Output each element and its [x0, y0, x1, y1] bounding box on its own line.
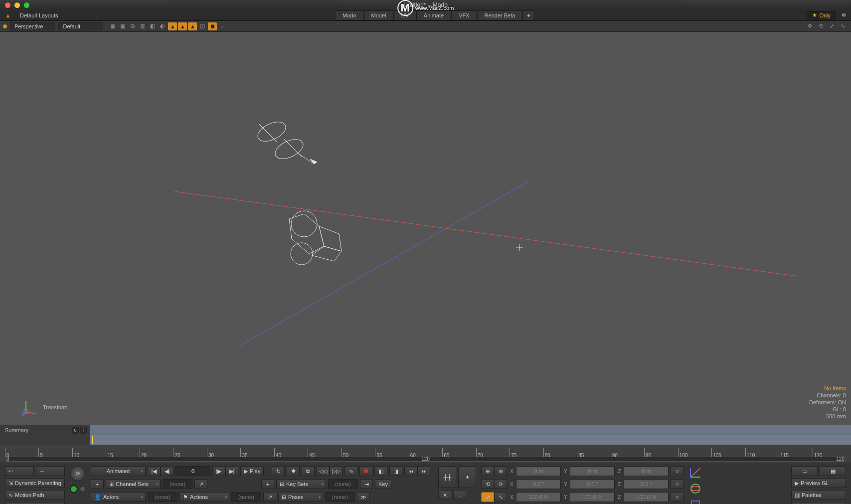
sim-toggle[interactable] — [70, 485, 78, 493]
chsets-add-button[interactable]: + — [91, 479, 104, 489]
vp-icon-5[interactable]: ◧ — [148, 22, 157, 30]
channel-sets-value[interactable]: (none) — [163, 479, 192, 489]
prev-key-button[interactable]: ◀| — [161, 466, 173, 476]
preview-gl-button[interactable]: ▶Preview GL — [791, 478, 846, 488]
actors-dropdown[interactable]: 👤Actors — [91, 492, 146, 502]
default-layouts-menu[interactable]: Default Layouts — [15, 12, 63, 18]
audio-button[interactable]: ♪Audio — [5, 502, 65, 504]
keysets-add-button[interactable]: + — [261, 479, 274, 489]
snap-grid-button[interactable]: ┼┼ — [438, 466, 456, 488]
pos-key-button[interactable]: ○ — [671, 466, 683, 476]
viewport[interactable]: Transform No Items Channels: 0 Deformers… — [0, 32, 851, 425]
dynamic-parenting-button[interactable]: ⇲Dynamic Parenting — [5, 478, 65, 488]
move-down-button[interactable]: ↓ — [453, 490, 466, 500]
home-icon[interactable]: ▲ — [3, 12, 13, 18]
tab-modo[interactable]: Modo — [335, 10, 364, 20]
rot-world-button[interactable]: ⟲ — [481, 479, 494, 489]
nav-move-icon[interactable]: ✥ — [805, 22, 814, 30]
vp-icon-8[interactable]: ◼ — [208, 22, 217, 30]
poses-value[interactable]: (none) — [325, 492, 355, 502]
actions-go-button[interactable]: ↗ — [263, 492, 276, 502]
scl-x-field[interactable]: 100.0 % — [516, 492, 561, 502]
timeline-track-header[interactable]: Summary cf — [0, 425, 851, 435]
motion-path-button[interactable]: ∿Motion Path — [5, 490, 65, 500]
vp-icon-man2[interactable]: ▲ — [178, 22, 187, 30]
channel-sets-dropdown[interactable]: ⊞Channel Sets — [106, 479, 161, 489]
poses-go-button[interactable]: ≫ — [357, 492, 370, 502]
goto-end-button[interactable]: ▶| — [225, 466, 238, 476]
snap-axes-button[interactable]: ✦ — [458, 466, 476, 488]
sim-toggle-2[interactable] — [80, 486, 86, 492]
scl-local-button[interactable]: ⤡ — [494, 492, 507, 502]
tab-add[interactable]: + — [522, 10, 534, 20]
actors-value[interactable]: (none) — [148, 492, 177, 502]
summary-f-button[interactable]: f — [80, 427, 87, 434]
nav-zoom-icon[interactable]: ⤢ — [827, 22, 836, 30]
nav-rotate-icon[interactable]: ⟲ — [816, 22, 825, 30]
rot-z-field[interactable]: 0.0 ° — [624, 479, 669, 489]
scl-z-field[interactable]: 100.0 % — [624, 492, 669, 502]
key-jump-next[interactable]: ⏭ — [417, 466, 430, 476]
vp-icon-3[interactable]: ⧉ — [128, 22, 137, 30]
key-sets-dropdown[interactable]: ⊞Key Sets — [276, 479, 326, 489]
prefs-gear-icon[interactable]: ✻ — [839, 11, 848, 20]
tab-render-beta[interactable]: Render Beta — [477, 10, 523, 20]
palettes-button[interactable]: ▥Palettes — [791, 490, 846, 500]
playhead[interactable] — [92, 436, 93, 444]
key-button[interactable]: Key — [375, 479, 391, 489]
key-prev-button[interactable]: ◁◁ — [317, 466, 330, 476]
key-jump-prev[interactable]: ⏮ — [404, 466, 417, 476]
key-sets-value[interactable]: (none) — [328, 479, 358, 489]
timeline-range[interactable]: 0 120 120 — [5, 457, 846, 462]
poses-dropdown[interactable]: ⊞Poses — [278, 492, 323, 502]
vp-icon-man[interactable]: ▲ — [168, 22, 177, 30]
scl-world-button[interactable]: ⤢ — [481, 492, 494, 502]
vp-icon-man3[interactable]: ▲ — [188, 22, 197, 30]
tab-animate[interactable]: Animate — [416, 10, 451, 20]
autokey-button[interactable] — [359, 466, 372, 476]
timeline-track[interactable] — [0, 435, 851, 445]
playback-mode-dropdown[interactable]: Animated — [91, 466, 146, 476]
scl-key-button[interactable]: ○ — [671, 492, 683, 502]
timeline-ruler-area[interactable]: 0510152025303540455055606570758085909510… — [0, 445, 851, 463]
axis-swatch-3[interactable] — [688, 498, 702, 504]
time-options-button[interactable]: ✱ — [287, 466, 300, 476]
vp-icon-7[interactable]: ◫ — [198, 22, 207, 30]
next-key-button[interactable]: |▶ — [212, 466, 225, 476]
tab-vfx[interactable]: VFX — [451, 10, 477, 20]
delete-key-button[interactable]: ✕ — [438, 490, 451, 500]
rot-x-field[interactable]: 0.0 ° — [516, 479, 561, 489]
summary-c-button[interactable]: c — [72, 427, 79, 434]
axis-swatch-1[interactable] — [688, 466, 702, 479]
rot-y-field[interactable]: 0.0 ° — [570, 479, 615, 489]
pos-z-field[interactable]: 0 m — [624, 466, 669, 476]
current-frame-field[interactable]: 0 — [175, 466, 210, 476]
vp-icon-1[interactable]: ▦ — [108, 22, 117, 30]
key-tool-b[interactable]: ◨ — [389, 466, 402, 476]
pos-local-button[interactable]: ⊗ — [494, 466, 507, 476]
curve-button[interactable]: ∿ — [344, 466, 357, 476]
viewport-view-dropdown[interactable]: Perspective — [10, 22, 55, 30]
settings-button[interactable]: ⚙Settings — [791, 502, 846, 504]
goto-start-button[interactable]: |◀ — [148, 466, 161, 476]
only-toggle[interactable]: ★Only — [807, 11, 836, 19]
chsets-go-button[interactable]: ↗ — [194, 479, 207, 489]
axis-swatch-2[interactable] — [688, 482, 702, 495]
play-button[interactable]: ▶ Play — [240, 466, 264, 476]
actions-dropdown[interactable]: ⚑Actions — [179, 492, 229, 502]
key-next-button[interactable]: ▷▷ — [330, 466, 342, 476]
range-options-button[interactable]: ⧉ — [302, 466, 315, 476]
tab-uv[interactable]: UV — [394, 10, 416, 20]
keysets-action-button[interactable]: ⇥ — [360, 479, 373, 489]
pos-x-field[interactable]: 0 m — [516, 466, 561, 476]
constraint-button-a[interactable]: ⤺ — [5, 466, 34, 476]
viewport-record-dot[interactable] — [3, 24, 7, 28]
vp-icon-6[interactable]: ◐ — [158, 22, 167, 30]
viewport-shade-dropdown[interactable]: Default — [58, 22, 103, 30]
actions-value[interactable]: (none) — [231, 492, 261, 502]
constraint-button-b[interactable]: ↔ — [36, 466, 65, 476]
vp-icon-4[interactable]: ▥ — [138, 22, 147, 30]
vp-icon-9[interactable]: ⟋ — [218, 22, 227, 30]
rot-key-button[interactable]: ○ — [671, 479, 683, 489]
nav-max-icon[interactable]: ⤡ — [838, 22, 847, 30]
